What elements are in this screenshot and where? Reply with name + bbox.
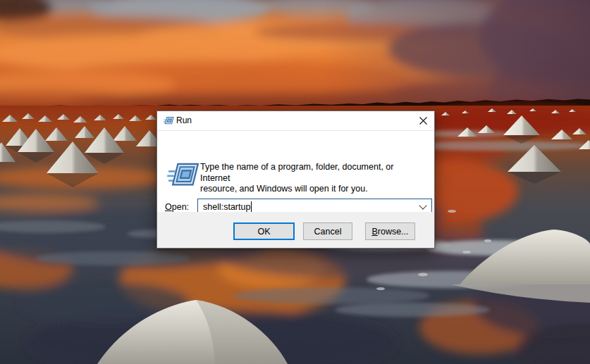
ok-button[interactable]: OK bbox=[233, 222, 295, 240]
dialog-body: Type the name of a program, folder, docu… bbox=[157, 131, 434, 213]
dialog-message: Type the name of a program, folder, docu… bbox=[200, 162, 426, 195]
run-icon-large bbox=[166, 162, 201, 189]
dialog-message-line2: resource, and Windows will open it for y… bbox=[200, 184, 426, 195]
cancel-button[interactable]: Cancel bbox=[303, 222, 352, 240]
run-icon bbox=[164, 116, 174, 125]
open-label: Open: bbox=[165, 202, 189, 212]
open-input-value: shell:startup bbox=[198, 202, 250, 212]
dialog-message-line1: Type the name of a program, folder, docu… bbox=[200, 162, 426, 184]
run-dialog-window: Run Type the name of a program, folder, … bbox=[156, 111, 435, 249]
close-icon bbox=[419, 117, 427, 125]
titlebar[interactable]: Run bbox=[157, 111, 434, 131]
browse-button[interactable]: Browse... bbox=[365, 222, 415, 240]
window-title: Run bbox=[176, 111, 192, 130]
dialog-footer: OK Cancel Browse... bbox=[157, 212, 434, 248]
close-button[interactable] bbox=[412, 111, 434, 130]
chevron-down-icon bbox=[419, 201, 426, 209]
text-caret bbox=[251, 201, 252, 212]
